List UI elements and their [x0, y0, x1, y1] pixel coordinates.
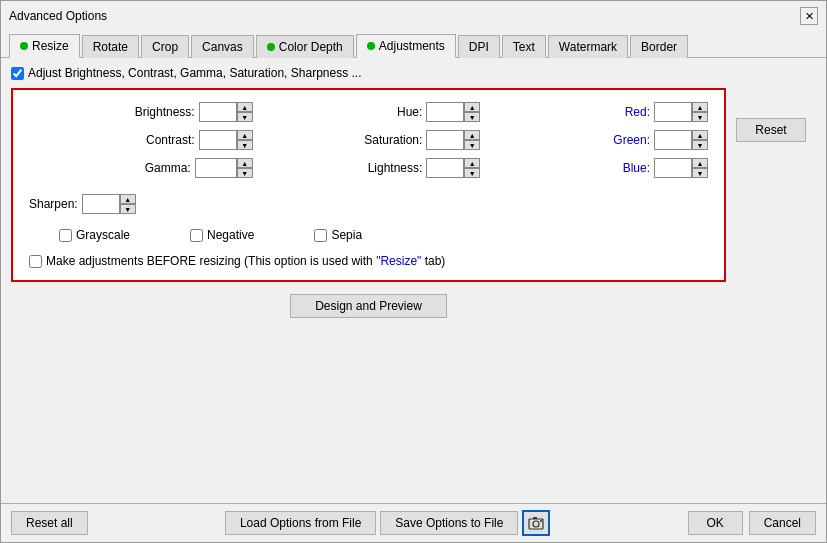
sepia-label: Sepia: [331, 228, 362, 242]
sepia-checkbox[interactable]: [314, 229, 327, 242]
before-resize-row: Make adjustments BEFORE resizing (This o…: [29, 254, 708, 268]
load-options-button[interactable]: Load Options from File: [225, 511, 376, 535]
adjust-checkbox-row: Adjust Brightness, Contrast, Gamma, Satu…: [11, 66, 816, 80]
close-button[interactable]: ✕: [800, 7, 818, 25]
contrast-down[interactable]: ▼: [237, 140, 253, 150]
tab-resize[interactable]: Resize: [9, 34, 80, 58]
tab-adjustments-label: Adjustments: [379, 39, 445, 53]
cancel-button[interactable]: Cancel: [749, 511, 816, 535]
tab-dpi[interactable]: DPI: [458, 35, 500, 58]
red-field: Red: 0 ▲ ▼: [484, 102, 708, 122]
tab-canvas[interactable]: Canvas: [191, 35, 254, 58]
tab-border-label: Border: [641, 40, 677, 54]
blue-up[interactable]: ▲: [692, 158, 708, 168]
grayscale-checkbox[interactable]: [59, 229, 72, 242]
gamma-input[interactable]: 1.00: [195, 158, 237, 178]
save-options-button[interactable]: Save Options to File: [380, 511, 518, 535]
red-down[interactable]: ▼: [692, 112, 708, 122]
camera-icon-button[interactable]: [522, 510, 550, 536]
hue-input[interactable]: 0: [426, 102, 464, 122]
sharpen-down[interactable]: ▼: [120, 204, 136, 214]
sepia-item: Sepia: [314, 228, 362, 242]
brightness-field: Brightness: 0 ▲ ▼: [29, 102, 253, 122]
brightness-input[interactable]: 0: [199, 102, 237, 122]
lightness-input[interactable]: 0: [426, 158, 464, 178]
tab-crop[interactable]: Crop: [141, 35, 189, 58]
saturation-spin: 0 ▲ ▼: [426, 130, 480, 150]
green-input[interactable]: 0: [654, 130, 692, 150]
negative-checkbox[interactable]: [190, 229, 203, 242]
saturation-up[interactable]: ▲: [464, 130, 480, 140]
hue-down[interactable]: ▼: [464, 112, 480, 122]
tab-color-depth-label: Color Depth: [279, 40, 343, 54]
brightness-label: Brightness:: [135, 105, 195, 119]
hue-field: Hue: 0 ▲ ▼: [257, 102, 481, 122]
side-section: Reset: [736, 88, 816, 495]
before-resize-suffix: tab): [421, 254, 445, 268]
sharpen-label: Sharpen:: [29, 197, 78, 211]
green-down[interactable]: ▼: [692, 140, 708, 150]
saturation-down[interactable]: ▼: [464, 140, 480, 150]
blue-input[interactable]: 0: [654, 158, 692, 178]
hue-up[interactable]: ▲: [464, 102, 480, 112]
tab-adjustments[interactable]: Adjustments: [356, 34, 456, 58]
before-resize-checkbox[interactable]: [29, 255, 42, 268]
lightness-down[interactable]: ▼: [464, 168, 480, 178]
negative-label: Negative: [207, 228, 254, 242]
saturation-spin-btns: ▲ ▼: [464, 130, 480, 150]
lightness-up[interactable]: ▲: [464, 158, 480, 168]
tab-text-label: Text: [513, 40, 535, 54]
red-up[interactable]: ▲: [692, 102, 708, 112]
reset-all-button[interactable]: Reset all: [11, 511, 88, 535]
gamma-field: Gamma: 1.00 ▲ ▼: [29, 158, 253, 178]
svg-point-3: [540, 520, 542, 522]
green-label: Green:: [613, 133, 650, 147]
adjust-label: Adjust Brightness, Contrast, Gamma, Satu…: [28, 66, 362, 80]
tab-border[interactable]: Border: [630, 35, 688, 58]
tab-watermark-label: Watermark: [559, 40, 617, 54]
gamma-down[interactable]: ▼: [237, 168, 253, 178]
green-up[interactable]: ▲: [692, 130, 708, 140]
before-resize-tab: "Resize": [376, 254, 421, 268]
adjustments-dot: [367, 42, 375, 50]
blue-down[interactable]: ▼: [692, 168, 708, 178]
bottom-right: OK Cancel: [688, 511, 816, 535]
reset-button[interactable]: Reset: [736, 118, 806, 142]
tab-canvas-label: Canvas: [202, 40, 243, 54]
adjust-checkbox[interactable]: [11, 67, 24, 80]
design-preview-button[interactable]: Design and Preview: [290, 294, 447, 318]
advanced-options-dialog: Advanced Options ✕ Resize Rotate Crop Ca…: [0, 0, 827, 543]
fields-grid: Brightness: 0 ▲ ▼ Hue:: [29, 102, 708, 178]
saturation-input[interactable]: 0: [426, 130, 464, 150]
before-resize-text: Make adjustments BEFORE resizing (This o…: [46, 254, 376, 268]
contrast-field: Contrast: 0 ▲ ▼: [29, 130, 253, 150]
bottom-bar: Reset all Load Options from File Save Op…: [1, 503, 826, 542]
tab-text[interactable]: Text: [502, 35, 546, 58]
tab-rotate[interactable]: Rotate: [82, 35, 139, 58]
red-input[interactable]: 0: [654, 102, 692, 122]
adjustments-box: Brightness: 0 ▲ ▼ Hue:: [11, 88, 726, 282]
grayscale-label: Grayscale: [76, 228, 130, 242]
tab-color-depth[interactable]: Color Depth: [256, 35, 354, 58]
gamma-spin: 1.00 ▲ ▼: [195, 158, 253, 178]
camera-icon: [528, 516, 544, 530]
hue-spin: 0 ▲ ▼: [426, 102, 480, 122]
contrast-up[interactable]: ▲: [237, 130, 253, 140]
grayscale-item: Grayscale: [59, 228, 130, 242]
brightness-down[interactable]: ▼: [237, 112, 253, 122]
before-resize-label: Make adjustments BEFORE resizing (This o…: [46, 254, 445, 268]
saturation-label: Saturation:: [364, 133, 422, 147]
ok-button[interactable]: OK: [688, 511, 743, 535]
sharpen-up[interactable]: ▲: [120, 194, 136, 204]
color-depth-dot: [267, 43, 275, 51]
resize-dot: [20, 42, 28, 50]
contrast-input[interactable]: 0: [199, 130, 237, 150]
adjustments-section: Brightness: 0 ▲ ▼ Hue:: [11, 88, 726, 495]
sharpen-input[interactable]: 0: [82, 194, 120, 214]
tab-watermark[interactable]: Watermark: [548, 35, 628, 58]
gamma-up[interactable]: ▲: [237, 158, 253, 168]
svg-rect-2: [533, 517, 537, 519]
title-bar: Advanced Options ✕: [1, 1, 826, 29]
brightness-up[interactable]: ▲: [237, 102, 253, 112]
blue-spin-btns: ▲ ▼: [692, 158, 708, 178]
